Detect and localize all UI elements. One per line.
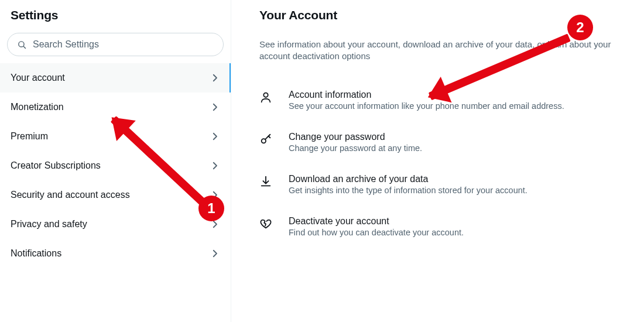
chevron-right-icon bbox=[210, 160, 220, 171]
main-subtitle: See information about your account, down… bbox=[259, 39, 632, 63]
nav-item-security[interactable]: Security and account access bbox=[0, 180, 231, 210]
option-desc: See your account information like your p… bbox=[289, 101, 564, 111]
chevron-right-icon bbox=[210, 102, 220, 112]
search-input[interactable] bbox=[33, 39, 214, 50]
search-wrap bbox=[0, 33, 231, 63]
option-title: Change your password bbox=[289, 132, 422, 142]
nav-label: Premium bbox=[11, 131, 48, 142]
settings-main: Your Account See information about your … bbox=[231, 0, 644, 322]
sidebar-title: Settings bbox=[11, 8, 220, 22]
option-account-information[interactable]: Account information See your account inf… bbox=[259, 79, 632, 121]
svg-point-2 bbox=[263, 93, 268, 97]
settings-nav: Your account Monetization Premium Creato… bbox=[0, 63, 231, 268]
option-text: Download an archive of your data Get ins… bbox=[289, 174, 527, 195]
nav-label: Your account bbox=[11, 73, 65, 83]
nav-label: Notifications bbox=[11, 248, 61, 259]
svg-point-0 bbox=[19, 41, 24, 46]
chevron-right-icon bbox=[210, 131, 220, 142]
nav-item-your-account[interactable]: Your account bbox=[0, 63, 231, 93]
nav-label: Monetization bbox=[11, 102, 64, 112]
download-icon bbox=[259, 174, 272, 188]
nav-label: Security and account access bbox=[11, 190, 130, 200]
nav-item-creator-subscriptions[interactable]: Creator Subscriptions bbox=[0, 151, 231, 180]
option-change-password[interactable]: Change your password Change your passwor… bbox=[259, 121, 632, 163]
settings-sidebar: Settings Your account Monetization bbox=[0, 0, 231, 322]
nav-item-monetization[interactable]: Monetization bbox=[0, 93, 231, 122]
sidebar-header: Settings bbox=[0, 0, 231, 33]
nav-label: Creator Subscriptions bbox=[11, 160, 101, 171]
main-title: Your Account bbox=[259, 8, 632, 22]
option-deactivate-account[interactable]: Deactivate your account Find out how you… bbox=[259, 205, 632, 248]
option-text: Change your password Change your passwor… bbox=[289, 132, 422, 153]
option-title: Account information bbox=[289, 90, 564, 100]
nav-item-premium[interactable]: Premium bbox=[0, 122, 231, 151]
search-box[interactable] bbox=[7, 33, 224, 56]
svg-line-1 bbox=[23, 46, 26, 48]
option-text: Account information See your account inf… bbox=[289, 90, 564, 111]
person-icon bbox=[259, 90, 272, 104]
chevron-right-icon bbox=[210, 73, 220, 83]
option-text: Deactivate your account Find out how you… bbox=[289, 216, 464, 237]
nav-label: Privacy and safety bbox=[11, 219, 87, 229]
chevron-right-icon bbox=[210, 248, 220, 259]
option-desc: Find out how you can deactivate your acc… bbox=[289, 228, 464, 237]
search-icon bbox=[17, 40, 27, 50]
heartbreak-icon bbox=[259, 216, 272, 230]
key-icon bbox=[259, 132, 272, 146]
chevron-right-icon bbox=[210, 190, 220, 200]
option-title: Deactivate your account bbox=[289, 216, 464, 227]
nav-item-privacy[interactable]: Privacy and safety bbox=[0, 210, 231, 239]
settings-layout: Settings Your account Monetization bbox=[0, 0, 644, 322]
option-title: Download an archive of your data bbox=[289, 174, 527, 184]
option-desc: Change your password at any time. bbox=[289, 143, 422, 153]
chevron-right-icon bbox=[210, 219, 220, 229]
option-desc: Get insights into the type of informatio… bbox=[289, 186, 527, 195]
nav-item-notifications[interactable]: Notifications bbox=[0, 239, 231, 268]
option-download-archive[interactable]: Download an archive of your data Get ins… bbox=[259, 163, 632, 205]
